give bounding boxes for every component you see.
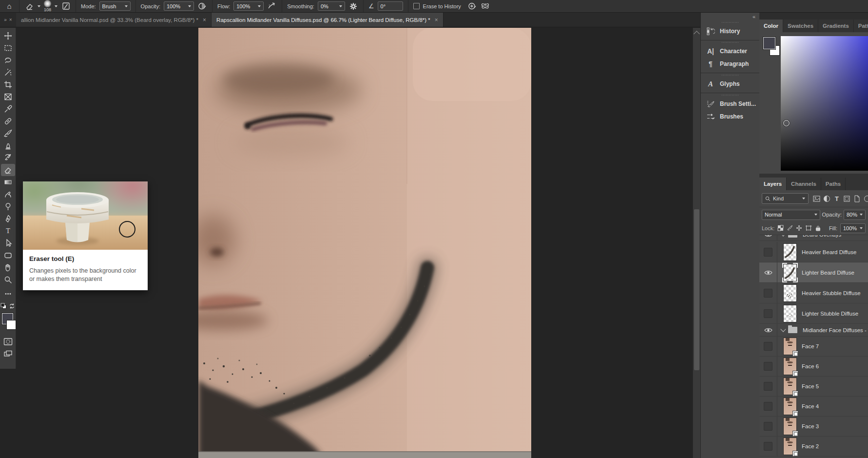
close-toolbar-icon[interactable]: × (9, 17, 12, 22)
gripper[interactable] (722, 22, 738, 23)
scrollbar-thumb[interactable] (694, 209, 699, 370)
expand-toolbar-icon[interactable]: » (4, 17, 7, 22)
smoothing-options-gear-icon[interactable] (348, 1, 358, 11)
layer-row[interactable]: Face 6 (759, 357, 868, 377)
layer-thumbnail[interactable] (784, 305, 796, 322)
lock-pixels-icon[interactable] (787, 225, 793, 232)
layer-row[interactable]: Face 7 (759, 337, 868, 357)
eyedropper-tool[interactable] (1, 103, 15, 115)
marquee-tool[interactable] (1, 42, 15, 54)
collapse-panels-icon[interactable]: « (752, 14, 755, 20)
filter-type-layers-icon[interactable]: T (832, 194, 841, 203)
brush-tool[interactable] (1, 127, 15, 139)
visibility-toggle[interactable] (759, 283, 777, 303)
layer-opacity-select[interactable]: 80% (844, 210, 866, 220)
more-tools-ellipsis-icon[interactable] (1, 288, 15, 300)
visibility-toggle[interactable] (759, 397, 777, 416)
toggle-brush-settings-icon[interactable] (61, 1, 71, 11)
tab-layers[interactable]: Layers (759, 178, 787, 190)
tab-gradients[interactable]: Gradients (818, 20, 854, 32)
healing-brush-tool[interactable] (1, 115, 15, 127)
visibility-toggle[interactable] (759, 303, 777, 323)
layer-row[interactable]: Heavier Stubble Diffuse (759, 283, 868, 303)
scroll-up-icon[interactable] (694, 31, 700, 37)
layer-row[interactable]: Face 3 (759, 417, 868, 437)
symmetry-butterfly-icon[interactable] (481, 1, 490, 11)
brush-settings-panel-button[interactable]: Brush Setti... (701, 98, 759, 110)
layer-group-beard-overlays[interactable]: Beard Overlays (759, 235, 868, 241)
clone-stamp-tool[interactable] (1, 139, 15, 152)
tab-channels[interactable]: Channels (787, 178, 821, 190)
gripper[interactable] (722, 42, 738, 43)
collapse-chevron-icon[interactable] (780, 235, 786, 237)
document-tab-inactive[interactable]: allion Midlander Vanilla Normal.psd @ 33… (16, 13, 212, 27)
layer-row[interactable]: Face 2 (759, 437, 868, 457)
type-tool[interactable]: T (1, 225, 15, 237)
swap-colors-icon[interactable] (9, 303, 15, 309)
lock-artboard-icon[interactable] (805, 225, 812, 232)
erase-to-history-checkbox[interactable] (413, 3, 420, 9)
layer-thumbnail[interactable] (784, 285, 796, 301)
tab-patterns[interactable]: Patterns (854, 20, 868, 32)
layer-fill-select[interactable]: 100% (840, 223, 866, 233)
layer-thumbnail[interactable] (784, 398, 796, 415)
visibility-toggle[interactable] (759, 235, 777, 240)
glyphs-panel-button[interactable]: A Glyphs (701, 78, 759, 90)
brush-preview[interactable]: 108 (44, 0, 51, 12)
visibility-toggle[interactable] (759, 377, 777, 396)
lock-all-icon[interactable] (815, 225, 821, 232)
lasso-tool[interactable] (1, 54, 15, 66)
airbrush-icon[interactable] (267, 1, 277, 11)
document-canvas[interactable] (198, 28, 531, 458)
visibility-toggle[interactable] (759, 324, 777, 336)
layer-row-selected[interactable]: Lighter Beard Diffuse (759, 262, 868, 283)
smoothing-select[interactable]: 0% (318, 1, 345, 11)
tab-color[interactable]: Color (759, 20, 783, 32)
background-color-swatch[interactable] (6, 320, 16, 330)
dodge-tool[interactable] (1, 200, 15, 213)
move-tool[interactable] (1, 30, 15, 42)
filter-pixel-layers-icon[interactable] (812, 194, 821, 203)
quick-mask-icon[interactable] (1, 336, 15, 348)
layer-thumbnail[interactable] (784, 338, 796, 355)
home-icon[interactable]: ⌂ (4, 1, 14, 11)
layer-thumbnail[interactable] (784, 358, 796, 375)
foreground-background-colors[interactable] (0, 313, 15, 333)
layer-thumbnail[interactable] (784, 378, 796, 395)
color-picker-field[interactable] (781, 36, 868, 171)
lock-position-icon[interactable] (796, 225, 802, 232)
layer-thumbnail[interactable] (784, 418, 796, 435)
eraser-tool[interactable] (1, 164, 15, 176)
tab-swatches[interactable]: Swatches (783, 20, 818, 32)
flow-select[interactable]: 100% (233, 1, 264, 11)
layer-thumbnail[interactable] (784, 438, 796, 455)
layer-row[interactable]: Face 5 (759, 377, 868, 397)
gripper[interactable] (722, 95, 738, 96)
shape-tool[interactable] (1, 249, 15, 261)
screen-mode-icon[interactable] (1, 348, 15, 360)
history-brush-tool[interactable] (1, 152, 15, 164)
pen-tool[interactable] (1, 213, 15, 225)
filter-smart-objects-icon[interactable] (853, 194, 861, 203)
filter-adjustment-layers-icon[interactable] (823, 194, 831, 203)
path-select-tool[interactable] (1, 237, 15, 249)
gradient-tool[interactable] (1, 176, 15, 188)
color-field-marker[interactable] (783, 120, 790, 126)
crop-tool[interactable] (1, 79, 15, 91)
chevron-down-icon[interactable] (55, 5, 58, 7)
foreground-color-swatch[interactable] (763, 37, 775, 49)
layer-thumbnail[interactable] (784, 244, 796, 260)
visibility-toggle[interactable] (759, 357, 777, 376)
history-panel-button[interactable]: History (701, 25, 759, 38)
document-tab-active[interactable]: Rapscallion Midlander Vanilla Diffuses.p… (212, 13, 444, 27)
visibility-toggle[interactable] (759, 337, 777, 356)
angle-input[interactable]: 0° (378, 1, 403, 11)
canvas-vertical-scrollbar[interactable] (693, 28, 700, 458)
character-panel-button[interactable]: A| Character (701, 45, 759, 58)
visibility-toggle[interactable] (759, 262, 777, 282)
paragraph-panel-button[interactable]: ¶ Paragraph (701, 58, 759, 70)
hand-tool[interactable] (1, 261, 15, 274)
collapse-chevron-icon[interactable] (780, 326, 786, 332)
layer-group-midlander-face[interactable]: Midlander Face Diffuses - Vanilla (759, 324, 868, 337)
layer-row[interactable]: Lighter Stubble Diffuse (759, 303, 868, 324)
